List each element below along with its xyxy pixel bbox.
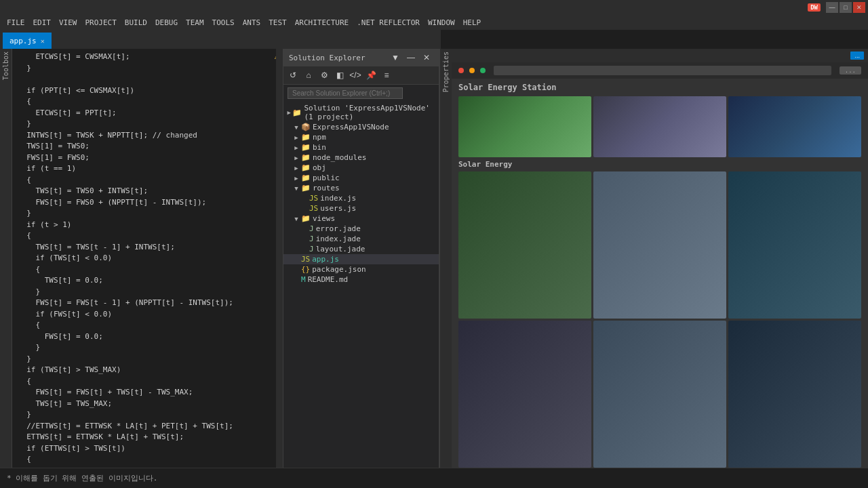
properties-label: Properties [442,52,450,92]
preview-img-turbine [728,96,861,157]
preview-action-button[interactable]: ... [850,52,864,60]
maximize-button[interactable]: □ [840,2,852,13]
menu-item-test[interactable]: TEST [264,17,291,28]
properties-bar: Properties [439,49,452,468]
tree-item-obj[interactable]: ▶📁obj [283,163,439,173]
tab-label: app.js [9,37,37,45]
preview-img-industrial [593,96,726,157]
scroll-bar[interactable] [276,49,283,468]
tab-appjs[interactable]: app.js ✕ [3,33,52,49]
menu-item-ants[interactable]: ANTS [239,17,265,28]
se-pin-button[interactable]: — [404,51,418,64]
tree-item-index-jade[interactable]: Jindex.jade [283,234,439,244]
se-header: Solution Explorer ▼ — ✕ [283,49,439,66]
tree-item-layout-jade[interactable]: Jlayout.jade [283,244,439,254]
menu-item-edit[interactable]: EDIT [29,17,56,28]
tree-item-package-json[interactable]: {}package.json [283,264,439,274]
tree-solution[interactable]: ▶📁Solution 'ExpressApp1VSNode' (1 projec… [283,103,439,122]
tree-item-views[interactable]: ▼📁views [283,214,439,224]
status-bar: * 이해를 돕기 위해 연출된 이미지입니다. [0,468,868,488]
tree-item-node_modules[interactable]: ▶📁node_modules [283,152,439,163]
se-toolbar: ↺ ⌂ ⚙ ◧ </> 📌 ≡ [283,66,439,85]
menu-item-architecture[interactable]: ARCHITECTURE [291,17,353,28]
tree-item-public[interactable]: ▶📁public [283,173,439,183]
preview-images-top [452,96,868,157]
menu-item-netreflector[interactable]: .NET REFLECTOR [353,17,424,28]
se-view-button[interactable]: </> [349,68,362,82]
se-close-button[interactable]: ✕ [420,51,433,64]
preview-header-bar: ... [452,62,868,79]
toolbox-sidebar: Toolbox [0,49,12,468]
code-content: ETCWS[t] = CWSMAX[t]; } if (PPT[t] <= CW… [12,49,283,468]
nav-dot-green [480,68,486,73]
tree-item-npm[interactable]: ▶📁npm [283,132,439,142]
se-tree: ▶📁Solution 'ExpressApp1VSNode' (1 projec… [283,102,439,468]
tree-item-routes[interactable]: ▼📁routes [283,183,439,193]
tree-item-app-js[interactable]: JSapp.js [283,254,439,264]
se-title: Solution Explorer [289,54,366,62]
preview-titlebar: ... [452,49,868,62]
menu-item-window[interactable]: WINDOW [424,17,459,28]
title-bar: DW — □ ✕ [0,0,868,15]
se-home-button[interactable]: ⌂ [302,68,315,82]
preview-section2: Solar Energy [452,157,868,171]
menu-item-project[interactable]: PROJECT [81,17,121,28]
se-pin2-button[interactable]: 📌 [364,68,378,82]
preview-grid-drone [458,321,591,468]
tree-project[interactable]: ▼📦ExpressApp1VSNode [283,122,439,132]
nav-dot-yellow [469,68,475,73]
dw-badge: DW [808,3,821,12]
preview-grid-pier [593,321,726,468]
solution-explorer: Solution Explorer ▼ — ✕ ↺ ⌂ ⚙ ◧ </> 📌 ≡ … [283,49,439,468]
preview-grid-car [458,171,591,319]
preview-grid-array [728,171,861,319]
preview-content: ... Solar Energy Station Solar Energy [452,62,868,468]
status-text: * 이해를 돕기 위해 연출된 이미지입니다. [7,473,157,483]
se-filter-button[interactable]: ◧ [333,68,347,82]
preview-grid-bridge [593,171,726,319]
tree-item-error-jade[interactable]: Jerror.jade [283,224,439,234]
preview-grid-panels [728,321,861,468]
tree-item-bin[interactable]: ▶📁bin [283,142,439,152]
preview-panel: ... ... Solar Energy Station Solar Energ… [452,49,868,468]
preview-images-grid [452,171,868,468]
menu-item-view[interactable]: VIEW [55,17,81,28]
menu-item-build[interactable]: BUILD [121,17,151,28]
se-refresh-button[interactable]: ↺ [286,68,300,82]
menu-item-file[interactable]: FILE [3,17,29,28]
tab-close-icon[interactable]: ✕ [41,37,45,45]
tree-item-README-md[interactable]: MREADME.md [283,274,439,285]
preview-hero: Solar Energy Station [452,79,868,96]
nav-dot-red [458,68,464,73]
minimize-button[interactable]: — [826,2,838,13]
preview-img-solar [458,96,591,157]
menu-item-tools[interactable]: TOOLS [208,17,239,28]
se-search-input[interactable] [288,87,403,99]
menu-item-team[interactable]: TEAM [182,17,208,28]
se-collapse-button[interactable]: ▼ [389,51,402,64]
menu-bar: FILEEDITVIEWPROJECTBUILDDEBUGTEAMTOOLSAN… [0,15,868,30]
tree-item-users-js[interactable]: JSusers.js [283,203,439,214]
se-more-button[interactable]: ≡ [380,68,393,82]
se-settings-button[interactable]: ⚙ [317,68,331,82]
tab-bar: app.js ✕ [0,30,441,49]
menu-item-help[interactable]: HELP [459,17,486,28]
main-area: Toolbox ETCWS[t] = CWSMAX[t]; } if (PPT[… [0,49,868,468]
code-editor[interactable]: ETCWS[t] = CWSMAX[t]; } if (PPT[t] <= CW… [12,49,283,468]
close-button[interactable]: ✕ [853,2,865,13]
tree-item-index-js[interactable]: JSindex.js [283,193,439,203]
preview-extra-btn[interactable]: ... [840,66,861,75]
menu-item-debug[interactable]: DEBUG [151,17,182,28]
toolbox-label: Toolbox [2,52,9,80]
